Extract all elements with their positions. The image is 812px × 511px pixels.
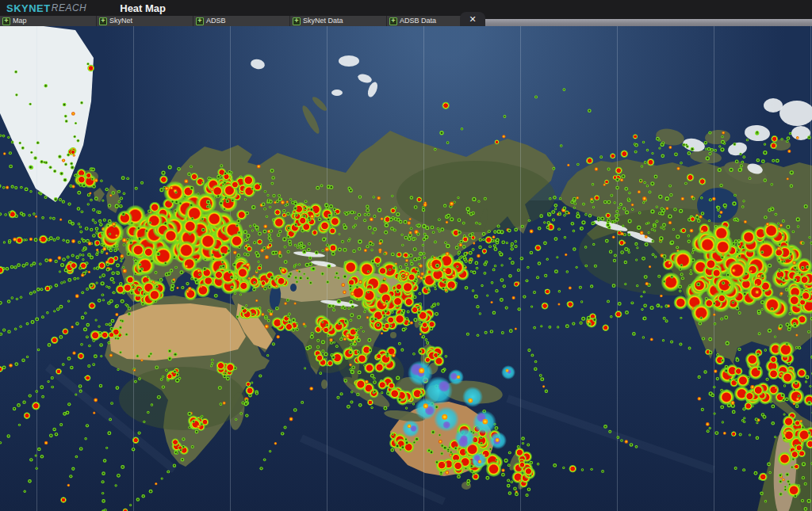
map-area [0,26,812,511]
tab-label: ADSB [206,17,226,25]
tab-strip: + Map + SkyNet + ADSB + SkyNet Data + AD… [0,16,812,26]
plus-icon[interactable]: + [2,17,10,25]
top-bar: SKYNET REACH Heat Map [0,0,812,16]
tab-label: SkyNet [109,17,132,25]
skynet-reach-app: SKYNET REACH Heat Map + Map + SkyNet + A… [0,0,812,511]
plus-icon[interactable]: + [99,17,107,25]
tab-label: SkyNet Data [303,17,343,25]
tab-skynet-data[interactable]: + SkyNet Data [290,16,387,26]
heatmap-canvas[interactable] [0,26,812,511]
page-title: Heat Map [120,2,166,14]
brand-logo-suffix: REACH [52,2,87,13]
plus-icon[interactable]: + [293,17,301,25]
tab-map[interactable]: + Map [0,16,97,26]
brand-logo: SKYNET [6,2,51,14]
tab-adsb[interactable]: + ADSB [193,16,290,26]
plus-icon[interactable]: + [196,17,204,25]
tab-label: ADSB Data [400,17,436,25]
tab-label: Map [13,17,27,25]
close-icon[interactable]: ✕ [460,12,485,26]
tab-strip-filler [484,19,812,26]
plus-icon[interactable]: + [389,17,397,25]
tab-skynet[interactable]: + SkyNet [97,16,193,26]
